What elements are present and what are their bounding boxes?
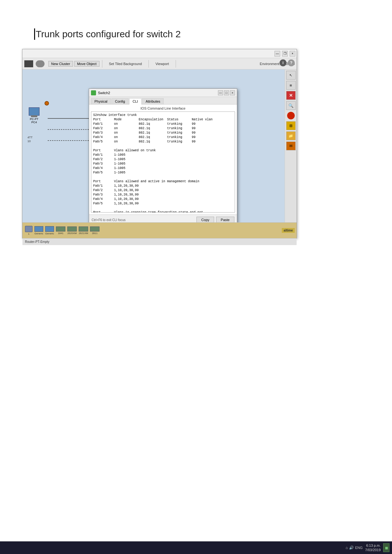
language-label: ENG xyxy=(355,546,363,550)
circle-tool-icon[interactable] xyxy=(287,112,295,119)
close-button[interactable]: × xyxy=(290,51,295,57)
windows-taskbar: ⌂ 🔊 ENG 6:13 p.m. 7/03/2019 ▦ xyxy=(0,541,392,554)
app-window: — ❐ × New Cluster Move Object Set Tiled … xyxy=(22,49,297,238)
time-label: 6:13 p.m. xyxy=(365,543,381,548)
device-2621xm-label: 2621XM xyxy=(79,232,88,235)
select-tool-icon[interactable]: ↖ xyxy=(286,71,296,80)
mail-tool-icon[interactable]: ✉ xyxy=(286,142,296,150)
pc-pt-device[interactable]: PC-PT PC4 xyxy=(29,107,39,124)
tab-attributes[interactable]: Attributes xyxy=(142,98,164,104)
device-generic-1[interactable]: Generic xyxy=(34,226,43,235)
switch2-icon xyxy=(91,90,96,95)
volume-tray-icon[interactable]: 🔊 xyxy=(349,545,354,550)
cli-terminal[interactable]: S2#show interface trunk Port Mode Encaps… xyxy=(91,111,235,213)
new-cluster-button[interactable]: New Cluster xyxy=(48,61,73,67)
realtime-label: altime xyxy=(282,228,295,233)
dialog-tabs: Physical Config CLI Attributes xyxy=(89,97,237,105)
router-label-bar: Router-PT-Empty xyxy=(22,238,297,245)
action-buttons: Copy Paste xyxy=(196,217,234,222)
right-sidebar: ↖ ≡ ✕ 🔍 ⊞ 📁 ✉ xyxy=(285,69,297,222)
dialog-bottom: Ctrl+F6 to exit CLI focus Copy Paste xyxy=(89,214,237,222)
device-1-icon xyxy=(25,226,33,232)
device-generic1-icon xyxy=(34,226,43,232)
taskbar-right: ⌂ 🔊 ENG 6:13 p.m. 7/03/2019 ▦ xyxy=(346,543,389,552)
pc-pt-label: PC-PT xyxy=(30,117,39,121)
device-2811[interactable]: 2811 xyxy=(90,226,100,235)
bottom-device-toolbar: 1 Generic Generic 1841 2620XM 2621XM 281… xyxy=(22,222,297,238)
router-label: Router-PT-Empty xyxy=(25,240,49,244)
main-area: PC-PT PC4 4TT 10 Switch2 xyxy=(22,69,297,222)
dialog-close-btn[interactable]: × xyxy=(230,90,235,95)
device-2620xm-label: 2620XM xyxy=(67,232,77,235)
dialog-content: IOS Command Line Interface S2#show inter… xyxy=(89,105,237,214)
taskbar-end-icon[interactable]: ▦ xyxy=(383,543,389,552)
switch2-dialog: Switch2 — □ × Physical Config CLI Attrib… xyxy=(89,88,237,222)
device-generic2-icon xyxy=(45,226,54,232)
device-2620xm-icon xyxy=(67,226,77,232)
grid-tool-icon[interactable]: ⊞ xyxy=(286,121,296,130)
device-2811-icon xyxy=(90,226,100,232)
section-title: IOS Command Line Interface xyxy=(91,106,235,110)
device-2621xm-icon xyxy=(79,226,88,232)
device-1841-icon xyxy=(56,226,65,232)
dialog-titlebar: Switch2 — □ × xyxy=(89,89,237,97)
device-generic2-label: Generic xyxy=(45,232,54,235)
toolbar-separator2 xyxy=(148,60,149,68)
tab-config[interactable]: Config xyxy=(112,98,129,104)
device-generic-2[interactable]: Generic xyxy=(45,226,54,235)
titlebar-controls: — ❐ × xyxy=(274,51,295,57)
page-title: Trunk ports configured for switch 2 xyxy=(36,29,181,39)
dialog-title-left: Switch2 xyxy=(91,90,110,95)
node-icon xyxy=(45,101,49,105)
move-object-button[interactable]: Move Object xyxy=(74,61,100,67)
note-tool-icon[interactable]: ≡ xyxy=(286,81,296,90)
logo2-icon xyxy=(36,60,45,67)
pc-icon xyxy=(29,107,39,116)
folder-tool-icon[interactable]: 📁 xyxy=(286,131,296,140)
device-1-label: 1 xyxy=(28,232,29,235)
taskbar-time: 6:13 p.m. 7/03/2019 xyxy=(365,543,381,552)
device-2621xm[interactable]: 2621XM xyxy=(79,226,88,235)
info-icons: i ? xyxy=(280,59,295,66)
device-1841-label: 1841 xyxy=(58,232,63,235)
copy-button[interactable]: Copy xyxy=(196,217,214,222)
device-generic1-label: Generic xyxy=(34,232,43,235)
restore-button[interactable]: ❐ xyxy=(282,51,288,57)
dialog-title-label: Switch2 xyxy=(98,91,110,95)
canvas-area[interactable]: PC-PT PC4 4TT 10 Switch2 xyxy=(22,69,285,222)
minimize-button[interactable]: — xyxy=(274,51,280,57)
dialog-maximize-btn[interactable]: □ xyxy=(224,90,229,95)
tab-cli[interactable]: CLI xyxy=(129,98,142,105)
set-tiled-bg-button[interactable]: Set Tiled Background xyxy=(105,61,146,67)
net-10-label: 10 xyxy=(27,140,31,143)
app-titlebar: — ❐ × xyxy=(22,49,297,58)
device-1[interactable]: 1 xyxy=(25,226,33,235)
main-toolbar: New Cluster Move Object Set Tiled Backgr… xyxy=(22,58,297,69)
ctrl-hint: Ctrl+F6 to exit CLI focus xyxy=(92,218,126,222)
taskbar-icons: ⌂ 🔊 ENG xyxy=(346,545,363,550)
paste-button[interactable]: Paste xyxy=(216,217,234,222)
net-4tt-label: 4TT xyxy=(27,136,33,139)
viewport-button[interactable]: Viewport xyxy=(151,61,173,67)
info-icon[interactable]: i xyxy=(280,59,286,66)
date-label: 7/03/2019 xyxy=(365,548,381,552)
device-1841[interactable]: 1841 xyxy=(56,226,65,235)
tab-physical[interactable]: Physical xyxy=(91,98,111,104)
network-node[interactable] xyxy=(45,101,49,105)
text-cursor xyxy=(34,28,35,40)
help-icon[interactable]: ? xyxy=(288,59,295,66)
toolbar-separator xyxy=(102,60,102,68)
device-2811-label: 2811 xyxy=(92,232,98,235)
delete-tool-icon[interactable]: ✕ xyxy=(286,91,296,100)
device-2620xm[interactable]: 2620XM xyxy=(67,226,77,235)
logo-icon xyxy=(24,60,33,67)
page-title-area: Trunk ports configured for switch 2 xyxy=(34,28,181,40)
zoom-tool-icon[interactable]: 🔍 xyxy=(286,101,296,110)
network-tray-icon[interactable]: ⌂ xyxy=(346,545,348,550)
dialog-controls: — □ × xyxy=(218,90,235,95)
pc4-label: PC4 xyxy=(31,121,37,124)
toolbar-separator3 xyxy=(176,60,176,68)
dialog-minimize-btn[interactable]: — xyxy=(218,90,223,95)
